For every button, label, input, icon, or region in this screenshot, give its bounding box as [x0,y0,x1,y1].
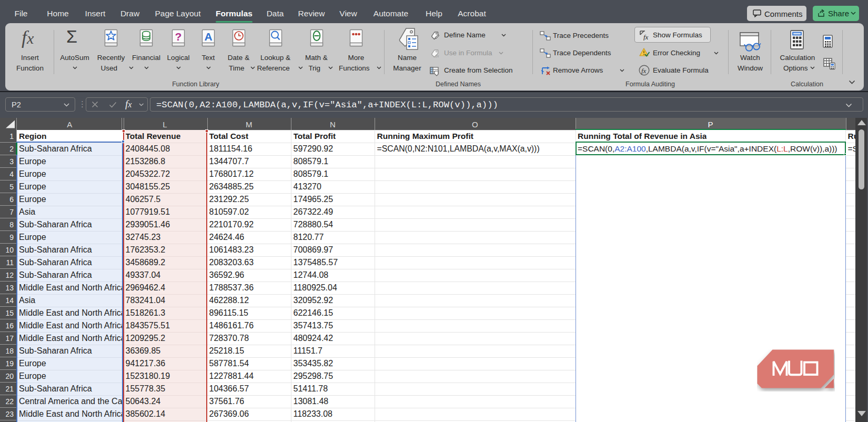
svg-text:fx: fx [641,67,647,75]
svg-text:?: ? [175,31,182,43]
svg-text:A: A [204,31,212,43]
svg-text:fx: fx [643,33,649,41]
svg-text:fx: fx [436,53,439,58]
